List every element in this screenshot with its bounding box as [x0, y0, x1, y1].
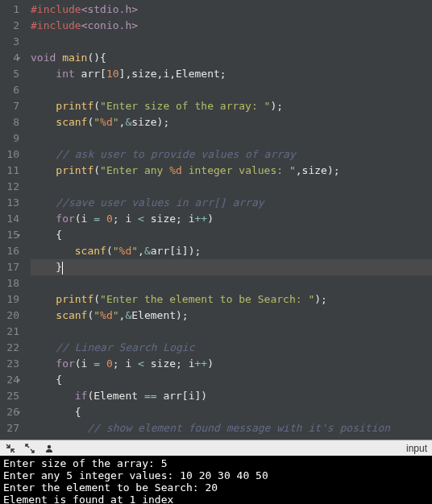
line-number: 9	[5, 130, 19, 147]
line-number: 26▾	[5, 404, 19, 420]
terminal[interactable]: Enter size of the array: 5 Enter any 5 i…	[0, 456, 432, 504]
code-line: //save user values in arr[] array	[31, 195, 432, 211]
code-line: #include<conio.h>	[31, 18, 432, 34]
code-line: scanf("%d",&Element);	[31, 308, 432, 324]
code-line: // Linear Search Logic	[31, 340, 432, 356]
code-line: printf("Enter the element to be Search: …	[31, 291, 432, 308]
code-line: for(i = 0; i < size; i++)	[31, 211, 432, 227]
code-line: for(i = 0; i < size; i++)	[31, 356, 432, 372]
line-number: 19	[5, 291, 19, 308]
line-number: 13	[5, 195, 19, 211]
svg-point-0	[48, 444, 51, 448]
line-number: 4▾	[5, 50, 19, 66]
shrink-icon[interactable]	[5, 443, 16, 454]
code-line: printf("Enter any %d integer values: ",s…	[31, 163, 432, 179]
line-number: 1	[5, 2, 19, 18]
line-number: 27	[5, 420, 19, 436]
line-gutter: 1 2 3 4▾ 5 6 7 8 9 10 11 12 13 14 15▾ 16…	[0, 0, 26, 440]
code-line: scanf("%d",&size);	[31, 114, 432, 130]
person-icon[interactable]	[44, 443, 55, 454]
line-number: 8	[5, 114, 19, 130]
terminal-line: Enter any 5 integer values: 10 20 30 40 …	[3, 469, 429, 481]
code-line: void main(){	[31, 50, 432, 66]
code-line: #include<stdio.h>	[31, 2, 432, 18]
line-number: 5	[5, 66, 19, 82]
code-line: {	[31, 227, 432, 243]
toolbar: input	[0, 440, 432, 456]
code-line-active: }	[31, 259, 432, 275]
line-number: 23	[5, 356, 19, 372]
line-number: 25	[5, 388, 19, 404]
line-number: 18	[5, 275, 19, 291]
line-number: 7	[5, 98, 19, 114]
code-line: printf("Enter size of the array: ");	[31, 98, 432, 114]
code-line: // show element found message with it's …	[31, 420, 432, 436]
code-editor[interactable]: 1 2 3 4▾ 5 6 7 8 9 10 11 12 13 14 15▾ 16…	[0, 0, 432, 440]
line-number: 3	[5, 34, 19, 50]
fold-icon[interactable]: ▾	[17, 227, 21, 243]
input-label: input	[406, 443, 427, 454]
code-area[interactable]: #include<stdio.h> #include<conio.h> void…	[26, 0, 432, 440]
expand-icon[interactable]	[24, 443, 35, 454]
line-number: 14	[5, 211, 19, 227]
code-line: // ask user to provide values of array	[31, 147, 432, 163]
line-number: 10	[5, 147, 19, 163]
line-number: 20	[5, 308, 19, 324]
code-line	[31, 34, 432, 50]
code-line: scanf("%d",&arr[i]);	[31, 243, 432, 259]
cursor	[62, 262, 63, 275]
fold-icon[interactable]: ▾	[17, 404, 21, 420]
code-line	[31, 275, 432, 291]
terminal-line: Enter the element to be Search: 20	[3, 481, 429, 494]
line-number: 16	[5, 243, 19, 259]
terminal-line: Enter size of the array: 5	[3, 457, 429, 469]
line-number: 2	[5, 18, 19, 34]
terminal-line: Element is found at 1 index	[3, 494, 429, 504]
line-number: 22	[5, 340, 19, 356]
code-line	[31, 130, 432, 147]
line-number: 6	[5, 82, 19, 98]
line-number: 24▾	[5, 372, 19, 388]
line-number: 12	[5, 179, 19, 195]
line-number: 17	[5, 259, 19, 275]
fold-icon[interactable]: ▾	[17, 372, 21, 388]
code-line: int arr[10],size,i,Element;	[31, 66, 432, 82]
code-line: if(Element == arr[i])	[31, 388, 432, 404]
code-line: {	[31, 404, 432, 420]
fold-icon[interactable]: ▾	[17, 50, 21, 66]
line-number: 11	[5, 163, 19, 179]
code-line	[31, 179, 432, 195]
line-number: 21	[5, 324, 19, 340]
code-line: {	[31, 372, 432, 388]
code-line	[31, 82, 432, 98]
line-number: 15▾	[5, 227, 19, 243]
code-line	[31, 324, 432, 340]
